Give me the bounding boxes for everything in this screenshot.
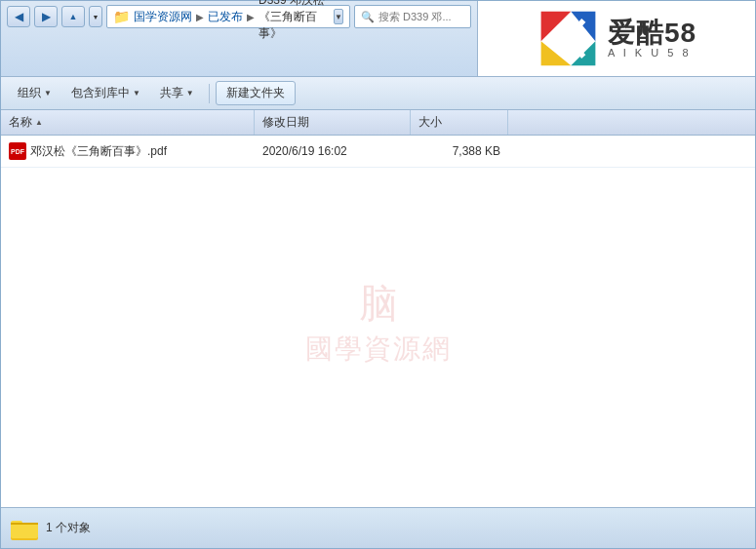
watermark: 脑 國學資源網 bbox=[305, 276, 452, 367]
status-folder-icon bbox=[11, 517, 38, 540]
search-input[interactable] bbox=[378, 11, 457, 22]
address-dropdown-button[interactable]: ▼ bbox=[334, 9, 343, 24]
logo-title: 爱酷58 bbox=[608, 20, 696, 47]
watermark-char: 脑 bbox=[305, 276, 452, 330]
new-folder-button[interactable]: 新建文件夹 bbox=[216, 81, 296, 105]
organize-label: 组织 bbox=[18, 85, 41, 101]
share-button[interactable]: 共享 ▼ bbox=[151, 81, 203, 105]
forward-arrow-icon: ▶ bbox=[42, 10, 51, 23]
breadcrumb-published[interactable]: 已发布 bbox=[208, 9, 243, 25]
watermark-text: 國學資源網 bbox=[305, 333, 452, 363]
sep-2: ▶ bbox=[247, 12, 255, 22]
logo-container: 爱酷58 A I K U 5 8 bbox=[537, 7, 696, 70]
dropdown-arrow-icon: ▼ bbox=[93, 14, 99, 20]
address-bar[interactable]: 📁 国学资源网 ▶ 已发布 ▶ D339 邓汉松《三角断百事》 ▼ bbox=[106, 5, 350, 28]
svg-marker-1 bbox=[571, 12, 595, 42]
logo-icon bbox=[537, 7, 600, 70]
share-label: 共享 bbox=[160, 85, 183, 101]
organize-arrow-icon: ▼ bbox=[44, 89, 52, 98]
column-header-name[interactable]: 名称 ▲ bbox=[1, 110, 255, 135]
file-name-cell: PDF 邓汉松《三角断百事》.pdf bbox=[1, 139, 255, 163]
sort-arrow-icon: ▲ bbox=[35, 118, 43, 127]
share-arrow-icon: ▼ bbox=[186, 89, 194, 98]
file-list: 脑 國學資源網 PDF 邓汉松《三角断百事》.pdf 2020/6/19 16:… bbox=[1, 136, 755, 507]
top-area: ◀ ▶ ▲ ▼ 📁 国学资源网 ▶ 已发布 ▶ D33 bbox=[1, 1, 755, 77]
include-library-button[interactable]: 包含到库中 ▼ bbox=[62, 81, 149, 105]
column-headers: 名称 ▲ 修改日期 大小 bbox=[1, 110, 755, 136]
breadcrumb-home[interactable]: 国学资源网 bbox=[134, 9, 192, 25]
svg-rect-4 bbox=[562, 20, 568, 57]
date-col-label: 修改日期 bbox=[262, 114, 309, 131]
search-icon: 🔍 bbox=[361, 11, 375, 23]
include-arrow-icon: ▼ bbox=[133, 89, 140, 98]
svg-line-6 bbox=[567, 39, 583, 58]
status-text: 1 个对象 bbox=[46, 520, 91, 536]
up-arrow-icon: ▲ bbox=[69, 12, 78, 21]
file-explorer-window: ◀ ▶ ▲ ▼ 📁 国学资源网 ▶ 已发布 ▶ D33 bbox=[0, 0, 756, 549]
file-date-cell: 2020/6/19 16:02 bbox=[255, 141, 411, 161]
nav-bar: ◀ ▶ ▲ ▼ 📁 国学资源网 ▶ 已发布 ▶ D33 bbox=[7, 5, 471, 28]
address-section: ◀ ▶ ▲ ▼ 📁 国学资源网 ▶ 已发布 ▶ D33 bbox=[1, 1, 477, 76]
forward-button[interactable]: ▶ bbox=[34, 6, 58, 27]
back-arrow-icon: ◀ bbox=[15, 10, 23, 23]
table-row[interactable]: PDF 邓汉松《三角断百事》.pdf 2020/6/19 16:02 7,388… bbox=[1, 136, 755, 168]
svg-line-5 bbox=[567, 20, 583, 39]
pdf-icon: PDF bbox=[9, 142, 26, 160]
logo-subtitle: A I K U 5 8 bbox=[608, 47, 696, 59]
toolbar-separator bbox=[209, 84, 210, 103]
toolbar: 组织 ▼ 包含到库中 ▼ 共享 ▼ 新建文件夹 bbox=[1, 77, 755, 110]
back-button[interactable]: ◀ bbox=[7, 6, 30, 27]
organize-button[interactable]: 组织 ▼ bbox=[9, 81, 60, 105]
file-name: 邓汉松《三角断百事》.pdf bbox=[30, 143, 167, 160]
include-label: 包含到库中 bbox=[71, 85, 130, 101]
up-button[interactable]: ▲ bbox=[61, 6, 85, 27]
logo-section: 爱酷58 A I K U 5 8 bbox=[477, 1, 755, 76]
logo-text: 爱酷58 A I K U 5 8 bbox=[608, 20, 696, 59]
column-header-date[interactable]: 修改日期 bbox=[255, 110, 411, 135]
new-folder-label: 新建文件夹 bbox=[226, 86, 285, 99]
folder-icon: 📁 bbox=[113, 9, 130, 24]
breadcrumb-current: D339 邓汉松《三角断百事》 bbox=[259, 0, 330, 42]
size-col-label: 大小 bbox=[418, 114, 442, 131]
sep-1: ▶ bbox=[196, 12, 204, 22]
name-col-label: 名称 bbox=[9, 114, 32, 131]
file-size-cell: 7,388 KB bbox=[411, 141, 508, 161]
recent-button[interactable]: ▼ bbox=[89, 6, 102, 27]
status-bar: 1 个对象 bbox=[1, 507, 755, 548]
svg-rect-10 bbox=[11, 523, 38, 525]
column-header-size[interactable]: 大小 bbox=[411, 110, 508, 135]
